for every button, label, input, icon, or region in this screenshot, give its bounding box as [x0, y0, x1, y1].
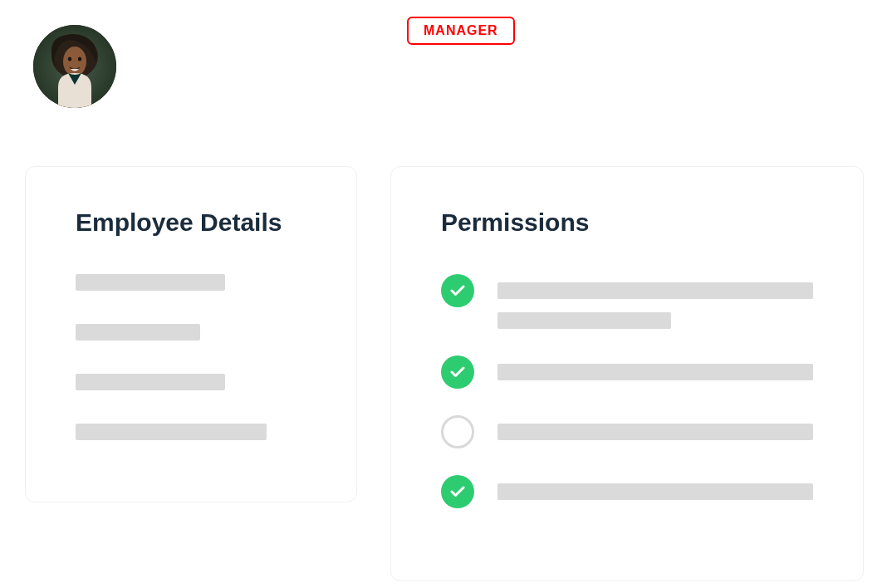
- permission-row: [441, 475, 813, 508]
- placeholder-line: [497, 282, 813, 299]
- placeholder-line: [76, 274, 225, 291]
- placeholder-line: [497, 424, 813, 440]
- permission-row: [441, 274, 813, 329]
- employee-details-title: Employee Details: [76, 208, 306, 237]
- role-badge: MANAGER: [407, 17, 515, 45]
- role-badge-label: MANAGER: [424, 23, 498, 37]
- check-icon: [441, 355, 474, 389]
- placeholder-line: [497, 312, 671, 329]
- svg-point-2: [63, 47, 86, 76]
- employee-details-card: Employee Details: [25, 166, 357, 502]
- permissions-card: Permissions: [390, 166, 864, 581]
- permission-text-placeholder: [497, 415, 813, 440]
- placeholder-line: [497, 364, 813, 380]
- permissions-title: Permissions: [441, 208, 813, 237]
- svg-point-4: [78, 57, 81, 61]
- permission-text-placeholder: [497, 274, 813, 329]
- placeholder-line: [76, 374, 225, 390]
- check-icon: [441, 475, 474, 508]
- unchecked-circle-icon: [441, 415, 474, 448]
- placeholder-line: [76, 324, 200, 341]
- check-icon: [441, 274, 474, 307]
- svg-point-3: [68, 57, 71, 61]
- permission-text-placeholder: [497, 355, 813, 380]
- permission-text-placeholder: [497, 475, 813, 500]
- placeholder-line: [76, 424, 267, 440]
- avatar: [33, 25, 116, 108]
- permission-row: [441, 415, 813, 448]
- placeholder-line: [497, 483, 813, 500]
- permission-row: [441, 355, 813, 389]
